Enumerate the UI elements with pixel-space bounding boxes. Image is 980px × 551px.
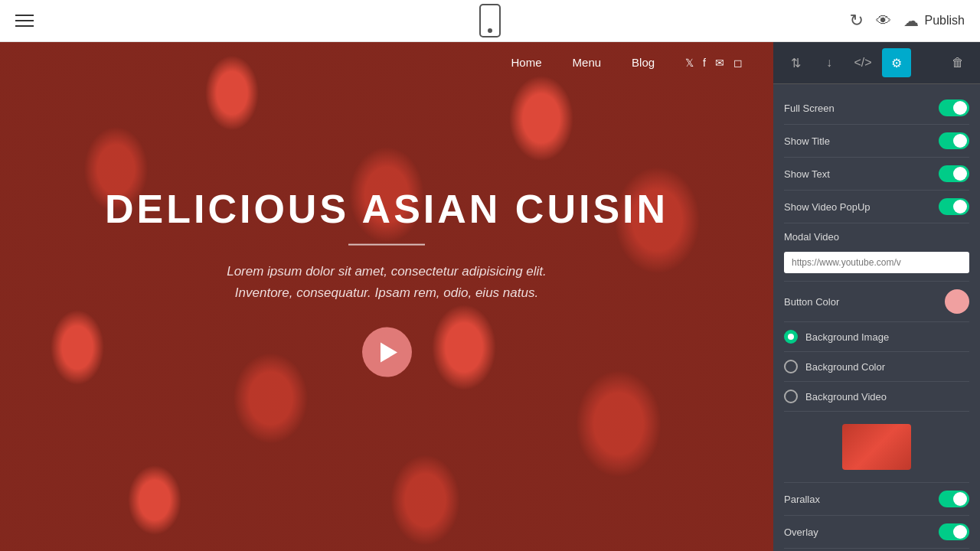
- facebook-icon[interactable]: f: [703, 57, 706, 69]
- overlay-label: Overlay: [784, 527, 818, 538]
- nav-blog[interactable]: Blog: [632, 56, 655, 69]
- play-button[interactable]: [362, 328, 412, 377]
- settings-tool-button[interactable]: ⚙: [882, 48, 911, 77]
- hero-divider: [348, 243, 425, 245]
- hamburger-menu[interactable]: [15, 15, 34, 27]
- publish-button[interactable]: ☁ Publish: [903, 11, 965, 30]
- background-video-radio[interactable]: [784, 390, 798, 403]
- toolbar: ↺ 👁 ☁ Publish: [0, 0, 980, 42]
- background-image-label: Background Image: [805, 331, 889, 343]
- cloud-upload-icon: ☁: [903, 11, 919, 30]
- show-text-row: Show Text: [784, 158, 969, 191]
- show-video-popup-row: Show Video PopUp: [784, 191, 969, 223]
- main-area: Home Menu Blog 𝕏 f ✉ ◻ DELICIOUS ASIAN C…: [0, 42, 980, 551]
- settings-panel: ⇅ ↓ </> ⚙ 🗑 Full Screen Show Title: [773, 42, 980, 551]
- show-title-label: Show Title: [784, 135, 830, 147]
- button-color-label: Button Color: [784, 296, 839, 308]
- background-video-label: Background Video: [805, 391, 887, 403]
- hero-subtitle-line1: Lorem ipsum dolor sit amet, consectetur …: [77, 260, 696, 282]
- show-video-popup-toggle[interactable]: [939, 198, 969, 215]
- show-text-toggle[interactable]: [939, 165, 969, 182]
- background-thumbnail[interactable]: [842, 424, 911, 470]
- publish-label: Publish: [925, 14, 965, 28]
- preview-icon[interactable]: 👁: [876, 12, 891, 30]
- nav-menu[interactable]: Menu: [573, 56, 602, 69]
- hero-title: DELICIOUS ASIAN CUISIN: [77, 185, 696, 231]
- parallax-row: Parallax: [784, 483, 969, 516]
- modal-video-input[interactable]: [784, 252, 969, 273]
- sort-tool-button[interactable]: ⇅: [781, 48, 810, 77]
- parallax-toggle[interactable]: [939, 491, 969, 507]
- code-tool-button[interactable]: </>: [848, 48, 877, 77]
- social-icons: 𝕏 f ✉ ◻: [685, 57, 743, 69]
- background-video-row[interactable]: Background Video: [784, 382, 969, 412]
- download-tool-button[interactable]: ↓: [815, 48, 844, 77]
- background-color-label: Background Color: [805, 361, 885, 373]
- show-text-label: Show Text: [784, 168, 830, 180]
- instagram-icon[interactable]: ◻: [733, 57, 743, 69]
- parallax-label: Parallax: [784, 494, 820, 505]
- hero-subtitle: Lorem ipsum dolor sit amet, consectetur …: [77, 260, 696, 305]
- overlay-toggle[interactable]: [939, 523, 969, 540]
- hero-section: Home Menu Blog 𝕏 f ✉ ◻ DELICIOUS ASIAN C…: [0, 42, 773, 551]
- modal-video-label: Modal Video: [784, 231, 969, 243]
- background-color-row[interactable]: Background Color: [784, 352, 969, 382]
- overlay-row: Overlay: [784, 516, 969, 549]
- hero-nav: Home Menu Blog 𝕏 f ✉ ◻: [0, 42, 773, 83]
- button-color-row: Button Color: [784, 282, 969, 322]
- nav-home[interactable]: Home: [511, 56, 542, 69]
- button-color-swatch[interactable]: [945, 289, 969, 314]
- background-color-radio[interactable]: [784, 360, 798, 373]
- trash-tool-button[interactable]: 🗑: [943, 48, 972, 77]
- show-video-popup-label: Show Video PopUp: [784, 201, 871, 213]
- background-image-radio[interactable]: [784, 330, 798, 344]
- hero-subtitle-line2: Inventore, consequatur. Ipsam rem, odio,…: [77, 282, 696, 305]
- undo-icon[interactable]: ↺: [850, 11, 864, 31]
- background-image-row[interactable]: Background Image: [784, 322, 969, 352]
- full-screen-label: Full Screen: [784, 103, 835, 114]
- panel-toolbar: ⇅ ↓ </> ⚙ 🗑: [773, 42, 980, 84]
- hero-content: DELICIOUS ASIAN CUISIN Lorem ipsum dolor…: [77, 185, 696, 377]
- twitter-icon[interactable]: 𝕏: [685, 57, 694, 69]
- full-screen-row: Full Screen: [784, 92, 969, 125]
- show-title-toggle[interactable]: [939, 132, 969, 149]
- show-title-row: Show Title: [784, 125, 969, 158]
- phone-view-button[interactable]: [479, 4, 501, 37]
- modal-video-section: Modal Video: [784, 223, 969, 282]
- full-screen-toggle[interactable]: [939, 99, 969, 116]
- panel-content: Full Screen Show Title Show Text Show Vi…: [773, 84, 980, 551]
- email-icon[interactable]: ✉: [715, 57, 724, 69]
